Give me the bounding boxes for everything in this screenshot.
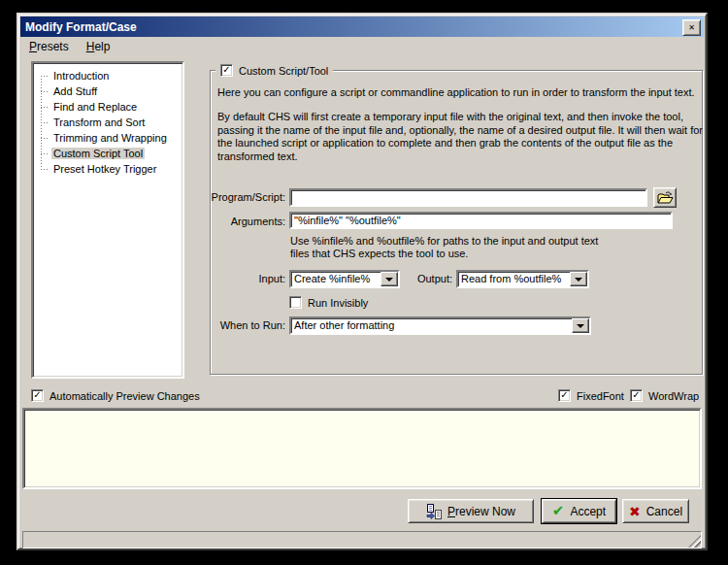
wordwrap-row: ✓ WordWrap xyxy=(630,389,699,402)
sidebar-item-transform-sort[interactable]: Transform and Sort xyxy=(33,115,182,130)
close-icon: ✕ xyxy=(688,23,695,32)
output-label: Output: xyxy=(408,273,452,284)
status-bar xyxy=(22,531,702,548)
dialog-window: Modify Format/Case ✕ Presets Help Introd… xyxy=(17,13,708,550)
when-to-run-value: After other formatting xyxy=(294,319,394,331)
preview-now-button[interactable]: Preview Now xyxy=(408,499,534,523)
auto-preview-checkbox[interactable]: ✓ xyxy=(31,389,44,402)
fixedfont-row: ✓ FixedFont xyxy=(558,389,624,402)
check-icon: ✓ xyxy=(222,64,230,75)
input-chevron-down-icon[interactable] xyxy=(381,272,398,286)
wordwrap-label[interactable]: WordWrap xyxy=(648,390,699,402)
browse-button[interactable] xyxy=(653,187,677,208)
description-paragraph-2: By default CHS will first create a tempo… xyxy=(217,111,705,163)
sidebar-item-introduction[interactable]: Introduction xyxy=(33,68,182,83)
menu-presets[interactable]: Presets xyxy=(27,39,71,54)
auto-preview-row: ✓ Automatically Preview Changes xyxy=(31,389,200,402)
fixedfont-label[interactable]: FixedFont xyxy=(577,390,624,402)
custom-script-label[interactable]: Custom Script/Tool xyxy=(239,65,328,77)
section-tree: Introduction Add Stuff Find and Replace … xyxy=(31,61,184,379)
screen: { "window": { "title": "Modify Format/Ca… xyxy=(0,0,728,565)
input-label: Input: xyxy=(212,273,285,284)
infile-note-line2: files that CHS expects the tool to use. xyxy=(290,248,620,260)
accept-label: Accept xyxy=(570,505,606,518)
preview-textbox[interactable] xyxy=(22,408,702,489)
sidebar-item-add-stuff[interactable]: Add Stuff xyxy=(33,83,182,99)
sidebar-item-preset-hotkey[interactable]: Preset Hotkey Trigger xyxy=(33,161,182,177)
sidebar-item-custom-script-tool[interactable]: Custom Script Tool xyxy=(33,146,182,161)
sidebar-item-trimming-wrapping[interactable]: Trimming and Wrapping xyxy=(33,130,182,146)
run-invisibly-row: Run Invisibly xyxy=(289,296,368,309)
cancel-label: Cancel xyxy=(646,505,682,518)
infile-note-line1: Use %infile% and %outfile% for paths to … xyxy=(290,235,620,248)
output-mode-select[interactable]: Read from %outfile% xyxy=(456,270,589,288)
arguments-label: Arguments: xyxy=(202,216,285,227)
cancel-button[interactable]: ✖ Cancel xyxy=(622,499,689,523)
accept-check-icon: ✔ xyxy=(552,504,565,518)
output-mode-value: Read from %outfile% xyxy=(461,273,561,284)
preview-now-label: Preview Now xyxy=(447,505,515,518)
preview-pages-icon xyxy=(426,504,442,519)
arguments-input[interactable] xyxy=(289,212,673,229)
description-paragraph-1: Here you can configure a script or comma… xyxy=(217,86,703,100)
run-invisibly-checkbox[interactable] xyxy=(289,296,302,309)
window-title: Modify Format/Case xyxy=(25,20,137,34)
input-mode-select[interactable]: Create %infile% xyxy=(289,270,400,288)
menu-bar: Presets Help xyxy=(20,38,112,55)
program-script-label: Program/Script: xyxy=(202,191,285,203)
cancel-x-icon: ✖ xyxy=(629,505,641,518)
accept-button[interactable]: ✔ Accept xyxy=(542,499,616,523)
fixedfont-checkbox[interactable]: ✓ xyxy=(558,389,571,402)
resize-grip[interactable] xyxy=(688,535,701,548)
close-button[interactable]: ✕ xyxy=(682,19,701,36)
run-invisibly-label[interactable]: Run Invisibly xyxy=(308,297,368,309)
custom-script-checkbox[interactable]: ✓ xyxy=(220,64,233,77)
folder-open-icon xyxy=(657,191,674,205)
check-icon: ✓ xyxy=(560,389,568,400)
when-chevron-down-icon[interactable] xyxy=(572,318,589,333)
window-titlebar[interactable]: Modify Format/Case ✕ xyxy=(20,17,704,37)
input-mode-value: Create %infile% xyxy=(294,273,370,284)
menu-help[interactable]: Help xyxy=(84,39,113,54)
sidebar-item-find-replace[interactable]: Find and Replace xyxy=(33,99,182,115)
auto-preview-label[interactable]: Automatically Preview Changes xyxy=(50,390,200,402)
check-icon: ✓ xyxy=(632,389,640,400)
program-script-input[interactable] xyxy=(289,188,647,207)
when-to-run-select[interactable]: After other formatting xyxy=(289,316,591,335)
when-to-run-label: When to Run: xyxy=(193,319,285,331)
output-chevron-down-icon[interactable] xyxy=(570,272,587,286)
wordwrap-checkbox[interactable]: ✓ xyxy=(630,389,643,402)
custom-script-legend: ✓ Custom Script/Tool xyxy=(215,63,333,78)
check-icon: ✓ xyxy=(33,389,41,400)
